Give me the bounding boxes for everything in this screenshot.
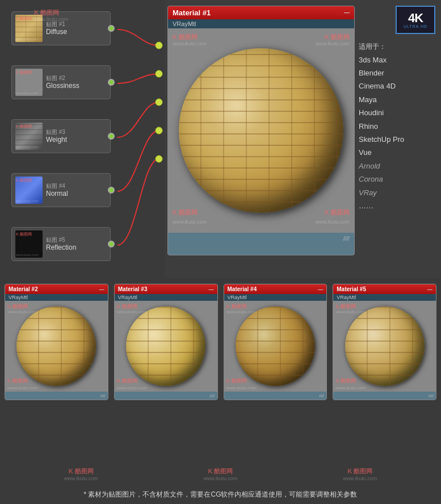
wm-s2-tl: K 酷图网 bbox=[7, 303, 28, 310]
compat-vray: VRay bbox=[359, 186, 404, 199]
compat-sketchup: SketchUp Pro bbox=[359, 133, 404, 146]
small-cards-row: Material #2 — VRayMtl K 酷图网 www.ikutu.co… bbox=[0, 278, 441, 406]
wm-s4-bl-url: www.ikutu.com bbox=[226, 385, 257, 390]
small-card-5-preview: K 酷图网 www.ikutu.com K 酷图网 www.ikutu.com bbox=[333, 301, 436, 392]
small-card-2-dots: //// bbox=[100, 393, 106, 398]
svg-point-4 bbox=[156, 156, 162, 162]
node-normal[interactable]: K 酷图网 www.ikutu.com 贴图 #4 贴图 #4 Normal N… bbox=[11, 173, 111, 207]
main-card-min[interactable]: — bbox=[344, 10, 350, 16]
sphere-small-3 bbox=[126, 306, 205, 386]
badge-4k-text: 4K bbox=[408, 12, 423, 24]
watermark-logo-br: K 酷图网 bbox=[325, 208, 350, 217]
wm-s3-bl: K 酷图网 bbox=[117, 377, 137, 385]
main-preview-area: K 酷图网 www.ikutu.com K 酷图网 www.ikutu.com … bbox=[168, 28, 354, 233]
small-card-4[interactable]: Material #4 — VRayMtl K 酷图网 www.ikutu.co… bbox=[224, 284, 327, 400]
small-card-3-header: Material #3 — bbox=[115, 284, 217, 294]
compat-c4d: Cinema 4D bbox=[359, 79, 404, 93]
small-card-5-title: Material #5 bbox=[337, 286, 366, 292]
node-reflection-output[interactable] bbox=[108, 241, 115, 247]
main-card-subtitle: VRayMtl bbox=[168, 19, 354, 28]
small-card-3-footer: //// bbox=[115, 392, 217, 400]
bottom-section: Material #2 — VRayMtl K 酷图网 www.ikutu.co… bbox=[0, 278, 441, 504]
small-card-2-min[interactable]: — bbox=[99, 287, 104, 292]
wm-bot-2: K 酷图网 bbox=[203, 467, 237, 476]
badge-4k: 4K ULTRA HD bbox=[396, 6, 435, 34]
svg-point-2 bbox=[156, 99, 162, 106]
main-sphere bbox=[179, 48, 343, 213]
wm-s3-tl: K 酷图网 bbox=[117, 303, 137, 310]
watermark-url-br: www.ikutu.com bbox=[316, 219, 350, 225]
watermark-url-tl: www.ikutu.com bbox=[173, 41, 207, 47]
small-card-3-title: Material #3 bbox=[118, 286, 148, 292]
node-weight-label: 贴图 #3 Weight bbox=[46, 128, 67, 145]
node-diffuse[interactable]: K 酷图网 www.ikutu.com 贴图 #1 Diffuse bbox=[11, 11, 111, 45]
main-card-footer: //// bbox=[168, 233, 354, 244]
wm-s4-tl: K 酷图网 bbox=[226, 303, 247, 310]
sphere-small-5 bbox=[345, 306, 425, 386]
compat-blender: Blender bbox=[359, 66, 404, 79]
watermark-logo-tl: K 酷图网 bbox=[173, 33, 198, 41]
wm-s4-bl: K 酷图网 bbox=[226, 377, 247, 385]
small-card-4-title: Material #4 bbox=[228, 286, 257, 292]
small-card-4-sub: VRayMtl bbox=[224, 294, 327, 301]
top-section: K 酷图网 www.ikutu.com 贴图 #1 Diffuse K 酷图网 … bbox=[0, 0, 441, 278]
wm-s5-bl-url: www.ikutu.com bbox=[335, 385, 366, 390]
compat-corona: Corona bbox=[359, 173, 404, 186]
svg-point-0 bbox=[156, 42, 162, 49]
svg-point-3 bbox=[156, 127, 162, 134]
node-diffuse-label: 贴图 #1 Diffuse bbox=[46, 20, 67, 37]
compat-list: 适用于： 3ds Max Blender Cinema 4D Maya Houd… bbox=[359, 40, 404, 212]
wm-s5-tl: K 酷图网 bbox=[335, 303, 356, 310]
wm-bot-3-url: www.ikutu.com bbox=[343, 476, 377, 481]
small-card-5-footer: //// bbox=[333, 392, 436, 400]
node-weight-output[interactable] bbox=[108, 133, 115, 140]
watermark-logo-bl: K 酷图网 bbox=[173, 208, 198, 217]
badge-4k-subtext: ULTRA HD bbox=[404, 24, 427, 28]
compat-rhino: Rhino bbox=[359, 120, 404, 133]
node-glossiness[interactable]: K 酷图网 www.ikutu.com 贴图 #2 Glossiness bbox=[11, 65, 111, 99]
sphere-small-2 bbox=[16, 306, 96, 386]
compat-houdini: Houdini bbox=[359, 106, 404, 119]
node-glossiness-output[interactable] bbox=[108, 79, 115, 86]
wm-bot-3: K 酷图网 bbox=[343, 467, 377, 476]
wm-bot-2-url: www.ikutu.com bbox=[203, 476, 237, 481]
small-card-2-header: Material #2 — bbox=[5, 284, 108, 294]
small-card-2-preview: K 酷图网 www.ikutu.com K 酷图网 www.ikutu.com bbox=[5, 301, 108, 392]
watermark-url-bl: www.ikutu.com bbox=[173, 219, 207, 225]
small-card-2[interactable]: Material #2 — VRayMtl K 酷图网 www.ikutu.co… bbox=[5, 284, 108, 400]
main-card-title: Material #1 bbox=[173, 9, 211, 17]
small-card-2-title: Material #2 bbox=[9, 286, 38, 292]
small-card-2-footer: //// bbox=[5, 392, 108, 400]
small-card-5-header: Material #5 — bbox=[333, 284, 436, 294]
small-card-5-min[interactable]: — bbox=[427, 287, 432, 292]
main-material-card: Material #1 — VRayMtl K 酷图网 www.ikutu.co… bbox=[167, 6, 355, 255]
compat-3dsmax: 3ds Max bbox=[359, 53, 404, 66]
node-normal-label: 贴图 #4 贴图 #4 Normal Normal bbox=[46, 182, 68, 199]
small-card-4-min[interactable]: — bbox=[318, 287, 323, 292]
watermark-logo-tr: K 酷图网 bbox=[325, 33, 350, 41]
small-card-3[interactable]: Material #3 — VRayMtl K 酷图网 www.ikutu.co… bbox=[114, 284, 218, 400]
small-card-3-min[interactable]: — bbox=[209, 287, 214, 292]
small-card-4-footer: //// bbox=[224, 392, 327, 400]
node-reflection[interactable]: K 酷图网 www.ikutu.com 贴图 #5 Reflection bbox=[11, 227, 111, 261]
watermark-url-tr: www.ikutu.com bbox=[316, 41, 350, 47]
compat-more: …… bbox=[359, 199, 404, 212]
footer-dots: //// bbox=[343, 236, 350, 242]
right-panel: 4K ULTRA HD 适用于： 3ds Max Blender Cinema … bbox=[359, 6, 435, 272]
compat-vue: Vue bbox=[359, 146, 404, 159]
main-card-header: Material #1 — bbox=[168, 6, 354, 19]
node-reflection-label: 贴图 #5 Reflection bbox=[46, 236, 76, 253]
node-normal-output[interactable] bbox=[108, 187, 115, 194]
compat-arnold: Arnold bbox=[359, 159, 404, 173]
small-card-3-sub: VRayMtl bbox=[115, 294, 217, 301]
small-card-5[interactable]: Material #5 — VRayMtl K 酷图网 www.ikutu.co… bbox=[333, 284, 436, 400]
small-card-4-preview: K 酷图网 www.ikutu.com K 酷图网 www.ikutu.com bbox=[224, 301, 327, 392]
sphere-small-4 bbox=[236, 306, 315, 386]
wm-s3-bl-url: www.ikutu.com bbox=[117, 385, 147, 390]
node-glossiness-label: 贴图 #2 Glossiness bbox=[46, 74, 79, 91]
wm-bot-1: K 酷图网 bbox=[64, 467, 98, 476]
node-weight[interactable]: K 酷图网 www.ikutu.com 贴图 #3 Weight bbox=[11, 119, 111, 153]
small-card-3-dots: //// bbox=[210, 393, 215, 398]
small-card-3-preview: K 酷图网 www.ikutu.com K 酷图网 www.ikutu.com bbox=[115, 301, 217, 392]
node-diffuse-output[interactable] bbox=[108, 25, 115, 32]
